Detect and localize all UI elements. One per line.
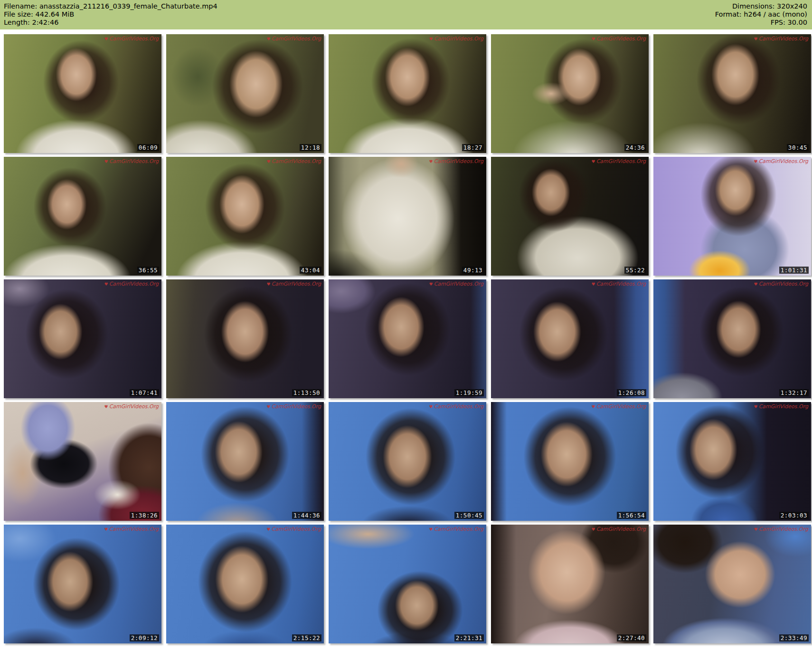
watermark-logo-icon: ♥ (267, 37, 271, 41)
watermark: ♥CamGirlVideos.Org (429, 158, 483, 165)
watermark-logo-icon: ♥ (429, 282, 433, 287)
timestamp-badge: 2:09:12 (130, 634, 159, 641)
video-thumbnail: ♥CamGirlVideos.Org2:21:31 (329, 525, 486, 643)
watermark-text: CamGirlVideos.Org (272, 403, 321, 410)
file-info-header: Filename: anasstazzia_211216_0339_female… (0, 0, 812, 29)
video-thumbnail: ♥CamGirlVideos.Org24:36 (491, 34, 649, 153)
timestamp-badge: 2:15:22 (292, 634, 321, 641)
timestamp-badge: 06:09 (137, 144, 159, 151)
watermark-logo-icon: ♥ (267, 282, 271, 287)
video-thumbnail: ♥CamGirlVideos.Org1:26:08 (491, 279, 649, 398)
watermark-logo-icon: ♥ (592, 37, 595, 41)
watermark-logo-icon: ♥ (429, 159, 433, 164)
watermark-logo-icon: ♥ (592, 527, 595, 532)
watermark: ♥CamGirlVideos.Org (267, 158, 321, 165)
timestamp-badge: 1:32:17 (779, 389, 809, 396)
timestamp-badge: 1:56:54 (617, 512, 646, 519)
filename-line: Filename: anasstazzia_211216_0339_female… (4, 2, 217, 10)
watermark: ♥CamGirlVideos.Org (754, 36, 808, 42)
watermark: ♥CamGirlVideos.Org (592, 36, 646, 42)
watermark-logo-icon: ♥ (104, 282, 108, 287)
timestamp-badge: 1:38:26 (130, 512, 159, 519)
watermark: ♥CamGirlVideos.Org (267, 281, 321, 287)
watermark-logo-icon: ♥ (754, 159, 758, 164)
watermark-logo-icon: ♥ (267, 159, 271, 164)
watermark: ♥CamGirlVideos.Org (754, 526, 808, 533)
watermark-text: CamGirlVideos.Org (759, 281, 808, 287)
video-thumbnail: ♥CamGirlVideos.Org2:33:49 (653, 525, 811, 643)
watermark-logo-icon: ♥ (429, 37, 433, 41)
watermark: ♥CamGirlVideos.Org (104, 526, 159, 533)
watermark: ♥CamGirlVideos.Org (754, 158, 808, 165)
thumbnail-grid: ♥CamGirlVideos.Org06:09♥CamGirlVideos.Or… (0, 29, 812, 643)
timestamp-badge: 43:04 (300, 267, 321, 274)
video-thumbnail: ♥CamGirlVideos.Org43:04 (166, 157, 324, 276)
watermark-text: CamGirlVideos.Org (109, 36, 159, 42)
timestamp-badge: 2:03:03 (779, 512, 809, 519)
watermark: ♥CamGirlVideos.Org (104, 281, 159, 287)
video-thumbnail: ♥CamGirlVideos.Org36:55 (4, 157, 161, 276)
watermark-logo-icon: ♥ (104, 37, 108, 41)
watermark-text: CamGirlVideos.Org (272, 281, 321, 287)
watermark-logo-icon: ♥ (592, 159, 595, 164)
timestamp-badge: 2:21:31 (454, 634, 484, 641)
watermark-logo-icon: ♥ (429, 404, 433, 409)
watermark: ♥CamGirlVideos.Org (429, 403, 483, 410)
watermark-text: CamGirlVideos.Org (434, 158, 483, 164)
watermark-logo-icon: ♥ (104, 404, 108, 409)
file-info-right: Dimensions: 320x240 Format: h264 / aac (… (715, 2, 807, 27)
timestamp-badge: 2:33:49 (779, 634, 809, 641)
watermark-text: CamGirlVideos.Org (109, 526, 159, 532)
video-thumbnail: ♥CamGirlVideos.Org1:38:26 (4, 402, 161, 521)
timestamp-badge: 1:01:31 (779, 267, 809, 274)
watermark-logo-icon: ♥ (754, 527, 758, 532)
watermark-logo-icon: ♥ (267, 404, 271, 409)
watermark-logo-icon: ♥ (104, 527, 108, 532)
watermark: ♥CamGirlVideos.Org (592, 403, 646, 410)
video-thumbnail: ♥CamGirlVideos.Org1:56:54 (491, 402, 649, 521)
video-thumbnail: ♥CamGirlVideos.Org06:09 (4, 34, 161, 153)
watermark-text: CamGirlVideos.Org (272, 526, 321, 532)
timestamp-badge: 30:45 (787, 144, 809, 151)
watermark-logo-icon: ♥ (754, 282, 758, 287)
watermark: ♥CamGirlVideos.Org (754, 403, 808, 410)
timestamp-badge: 1:44:36 (292, 512, 321, 519)
watermark: ♥CamGirlVideos.Org (754, 281, 808, 287)
watermark-text: CamGirlVideos.Org (434, 403, 483, 410)
timestamp-badge: 1:13:50 (292, 389, 321, 396)
watermark-text: CamGirlVideos.Org (596, 526, 646, 532)
timestamp-badge: 36:55 (137, 267, 159, 274)
watermark: ♥CamGirlVideos.Org (429, 36, 483, 42)
timestamp-badge: 1:26:08 (617, 389, 646, 396)
video-thumbnail: ♥CamGirlVideos.Org1:01:31 (653, 157, 811, 276)
watermark-text: CamGirlVideos.Org (759, 403, 808, 410)
video-thumbnail: ♥CamGirlVideos.Org1:07:41 (4, 279, 161, 398)
file-info-left: Filename: anasstazzia_211216_0339_female… (4, 2, 217, 27)
fps-line: FPS: 30.00 (715, 19, 807, 27)
watermark-text: CamGirlVideos.Org (109, 403, 159, 410)
watermark: ♥CamGirlVideos.Org (267, 403, 321, 410)
watermark-text: CamGirlVideos.Org (434, 36, 483, 42)
watermark-text: CamGirlVideos.Org (272, 36, 321, 42)
timestamp-badge: 55:22 (624, 267, 646, 274)
video-thumbnail: ♥CamGirlVideos.Org2:15:22 (166, 525, 324, 643)
watermark-logo-icon: ♥ (754, 37, 758, 41)
video-thumbnail: ♥CamGirlVideos.Org2:03:03 (653, 402, 811, 521)
timestamp-badge: 1:07:41 (130, 389, 159, 396)
video-thumbnail: ♥CamGirlVideos.Org18:27 (329, 34, 486, 153)
video-thumbnail: ♥CamGirlVideos.Org2:27:40 (491, 525, 649, 643)
watermark: ♥CamGirlVideos.Org (592, 158, 646, 165)
watermark-logo-icon: ♥ (104, 159, 108, 164)
timestamp-badge: 49:13 (462, 267, 484, 274)
video-thumbnail: ♥CamGirlVideos.Org1:13:50 (166, 279, 324, 398)
watermark-logo-icon: ♥ (429, 527, 433, 532)
timestamp-badge: 1:19:59 (454, 389, 484, 396)
watermark-logo-icon: ♥ (592, 282, 595, 287)
watermark-logo-icon: ♥ (267, 527, 271, 532)
watermark-text: CamGirlVideos.Org (759, 36, 808, 42)
video-thumbnail: ♥CamGirlVideos.Org49:13 (329, 157, 486, 276)
watermark-text: CamGirlVideos.Org (759, 158, 808, 164)
watermark-text: CamGirlVideos.Org (596, 403, 646, 410)
watermark: ♥CamGirlVideos.Org (104, 36, 159, 42)
watermark-text: CamGirlVideos.Org (434, 526, 483, 532)
